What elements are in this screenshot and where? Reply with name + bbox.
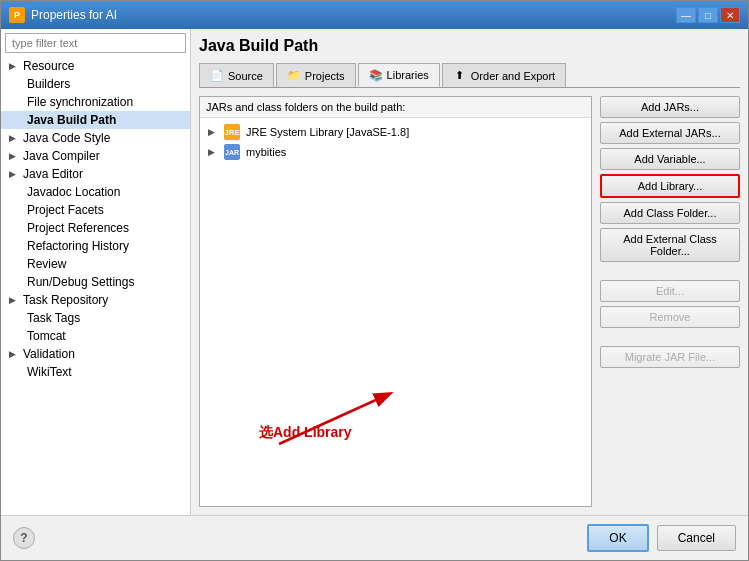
sidebar-item-label: Project References <box>27 221 129 235</box>
projects-icon: 📁 <box>287 69 301 83</box>
sidebar-item-label: WikiText <box>27 365 72 379</box>
sidebar-item-label: Java Code Style <box>23 131 110 145</box>
buttons-panel: Add JARs... Add External JARs... Add Var… <box>600 96 740 507</box>
tabs-bar: 📄 Source 📁 Projects 📚 Libraries ⬆ Order … <box>199 63 740 88</box>
expand-arrow: ▶ <box>9 169 19 179</box>
sidebar-item-label: File synchronization <box>27 95 133 109</box>
sidebar-item-refactoring[interactable]: Refactoring History <box>1 237 190 255</box>
sidebar-item-label: Review <box>27 257 66 271</box>
filter-input[interactable] <box>5 33 186 53</box>
add-class-folder-button[interactable]: Add Class Folder... <box>600 202 740 224</box>
list-container: JARs and class folders on the build path… <box>199 96 592 507</box>
cancel-button[interactable]: Cancel <box>657 525 736 551</box>
expand-arrow: ▶ <box>9 61 19 71</box>
sidebar-item-java-compiler[interactable]: ▶ Java Compiler <box>1 147 190 165</box>
sidebar-item-task-repository[interactable]: ▶ Task Repository <box>1 291 190 309</box>
content-area: JARs and class folders on the build path… <box>199 96 740 507</box>
sidebar-item-project-facets[interactable]: Project Facets <box>1 201 190 219</box>
tab-projects[interactable]: 📁 Projects <box>276 63 356 87</box>
edit-button[interactable]: Edit... <box>600 280 740 302</box>
sidebar-item-run-debug[interactable]: Run/Debug Settings <box>1 273 190 291</box>
sidebar-item-label: Resource <box>23 59 74 73</box>
expand-arrow: ▶ <box>9 133 19 143</box>
libraries-list-panel: JARs and class folders on the build path… <box>199 96 592 507</box>
dialog-footer: ? OK Cancel <box>1 515 748 560</box>
help-button[interactable]: ? <box>13 527 35 549</box>
libraries-icon: 📚 <box>369 68 383 82</box>
expand-arrow: ▶ <box>9 151 19 161</box>
sidebar-item-builders[interactable]: Builders <box>1 75 190 93</box>
right-panel: Java Build Path 📄 Source 📁 Projects 📚 Li… <box>191 29 748 515</box>
sidebar-item-java-build-path[interactable]: Java Build Path <box>1 111 190 129</box>
add-library-button[interactable]: Add Library... <box>600 174 740 198</box>
tab-source[interactable]: 📄 Source <box>199 63 274 87</box>
sidebar-item-project-references[interactable]: Project References <box>1 219 190 237</box>
sidebar-item-task-tags[interactable]: Task Tags <box>1 309 190 327</box>
tab-label: Projects <box>305 70 345 82</box>
source-icon: 📄 <box>210 69 224 83</box>
sidebar-item-validation[interactable]: ▶ Validation <box>1 345 190 363</box>
list-expand-arrow: ▶ <box>208 127 218 137</box>
sidebar-item-label: Project Facets <box>27 203 104 217</box>
sidebar-item-label: Java Compiler <box>23 149 100 163</box>
add-variable-button[interactable]: Add Variable... <box>600 148 740 170</box>
sidebar-item-label: Validation <box>23 347 75 361</box>
list-item-label: mybities <box>246 146 286 158</box>
tab-label: Libraries <box>387 69 429 81</box>
ok-button[interactable]: OK <box>587 524 648 552</box>
jre-icon: JRE <box>224 124 240 140</box>
add-external-class-folder-button[interactable]: Add External Class Folder... <box>600 228 740 262</box>
tab-libraries[interactable]: 📚 Libraries <box>358 63 440 87</box>
sidebar-item-file-sync[interactable]: File synchronization <box>1 93 190 111</box>
sidebar-item-tomcat[interactable]: Tomcat <box>1 327 190 345</box>
tab-label: Order and Export <box>471 70 555 82</box>
list-item-label: JRE System Library [JavaSE-1.8] <box>246 126 409 138</box>
order-export-icon: ⬆ <box>453 69 467 83</box>
panel-title: Java Build Path <box>199 37 740 55</box>
sidebar-item-resource[interactable]: ▶ Resource <box>1 57 190 75</box>
dialog-body: ▶ Resource Builders File synchronization… <box>1 29 748 515</box>
expand-arrow: ▶ <box>9 349 19 359</box>
list-item[interactable]: ▶ JRE JRE System Library [JavaSE-1.8] <box>200 122 591 142</box>
maximize-button[interactable]: □ <box>698 7 718 23</box>
sidebar-item-label: Task Repository <box>23 293 108 307</box>
title-bar: P Properties for AI — □ ✕ <box>1 1 748 29</box>
sidebar-item-wikitext[interactable]: WikiText <box>1 363 190 381</box>
sidebar-item-label: Java Build Path <box>27 113 116 127</box>
migrate-jar-button[interactable]: Migrate JAR File... <box>600 346 740 368</box>
sidebar-item-label: Builders <box>27 77 70 91</box>
sidebar-item-label: Tomcat <box>27 329 66 343</box>
sidebar-item-javadoc[interactable]: Javadoc Location <box>1 183 190 201</box>
dialog-title: Properties for AI <box>31 8 117 22</box>
tab-order-export[interactable]: ⬆ Order and Export <box>442 63 566 87</box>
add-jars-button[interactable]: Add JARs... <box>600 96 740 118</box>
tab-label: Source <box>228 70 263 82</box>
title-bar-left: P Properties for AI <box>9 7 117 23</box>
list-expand-arrow: ▶ <box>208 147 218 157</box>
list-item[interactable]: ▶ JAR mybities <box>200 142 591 162</box>
jar-icon: JAR <box>224 144 240 160</box>
tree-view: ▶ Resource Builders File synchronization… <box>1 57 190 515</box>
sidebar-item-label: Refactoring History <box>27 239 129 253</box>
sidebar-item-java-editor[interactable]: ▶ Java Editor <box>1 165 190 183</box>
sidebar-item-review[interactable]: Review <box>1 255 190 273</box>
properties-dialog: P Properties for AI — □ ✕ ▶ Resource Bui… <box>0 0 749 561</box>
dialog-icon: P <box>9 7 25 23</box>
add-external-jars-button[interactable]: Add External JARs... <box>600 122 740 144</box>
left-panel: ▶ Resource Builders File synchronization… <box>1 29 191 515</box>
close-button[interactable]: ✕ <box>720 7 740 23</box>
sidebar-item-label: Java Editor <box>23 167 83 181</box>
footer-left: ? <box>13 527 579 549</box>
sidebar-item-label: Task Tags <box>27 311 80 325</box>
sidebar-item-label: Run/Debug Settings <box>27 275 134 289</box>
window-controls: — □ ✕ <box>676 7 740 23</box>
minimize-button[interactable]: — <box>676 7 696 23</box>
remove-button[interactable]: Remove <box>600 306 740 328</box>
expand-arrow: ▶ <box>9 295 19 305</box>
sidebar-item-java-code-style[interactable]: ▶ Java Code Style <box>1 129 190 147</box>
list-label: JARs and class folders on the build path… <box>200 97 591 118</box>
sidebar-item-label: Javadoc Location <box>27 185 120 199</box>
list-content: ▶ JRE JRE System Library [JavaSE-1.8] ▶ … <box>200 118 591 506</box>
